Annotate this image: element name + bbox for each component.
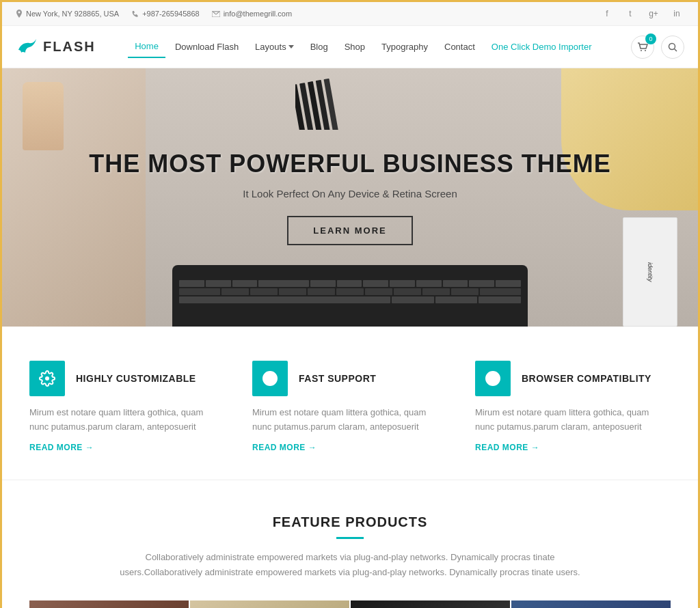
top-bar-contact: New York, NY 928865, USA +987-265945868 … [16,10,292,18]
email-icon [212,11,220,17]
product-grid: www.heritagefarmstraircottage.com [29,600,671,608]
feature-customizable-desc: Mirum est notare quam littera gothica, q… [29,406,225,434]
feature-support-header: FAST SUPPORT [252,361,448,396]
hero-section: // Generate keyboard keys inline [2,68,698,327]
social-links: f t g+ in [600,6,684,21]
logo[interactable]: FLASH [16,36,96,58]
section-divider [336,537,364,539]
feature-browser-header: BROWSER COMPATIBLITY [475,361,671,396]
feature-browser-desc: Mirum est notare quam littera gothica, q… [475,406,671,434]
feature-browser-icon [475,361,511,396]
feature-customizable-header: HIGHLY CUSTOMIZABLE [29,361,225,396]
location-icon [16,10,23,18]
features-section: HIGHLY CUSTOMIZABLE Mirum est notare qua… [2,327,698,480]
main-nav: Home Download Flash Layouts Blog Shop Ty… [128,36,598,58]
search-icon [668,42,677,52]
cart-badge: 0 [645,33,656,44]
products-section-desc: Collaboratively administrate empowered m… [111,550,589,580]
top-bar: New York, NY 928865, USA +987-265945868 … [2,2,698,26]
feature-browser-title: BROWSER COMPATIBLITY [522,373,651,384]
phone-icon [131,10,139,18]
nav-blog[interactable]: Blog [304,36,335,57]
feature-support-desc: Mirum est notare quam littera gothica, q… [252,406,448,434]
email-info: info@themegrill.com [212,10,292,18]
search-button[interactable] [661,36,684,59]
location-info: New York, NY 928865, USA [16,10,119,18]
svg-point-5 [268,376,272,381]
svg-point-2 [669,43,675,49]
hero-keyboard-decor: // Generate keyboard keys inline [172,265,528,327]
feature-support: FAST SUPPORT Mirum est notare quam litte… [252,361,448,452]
logo-bird-icon [16,36,38,58]
hero-pencils-decor [295,75,405,130]
feature-support-icon [252,361,288,396]
svg-point-7 [490,376,496,381]
feature-customizable-title: HIGHLY CUSTOMIZABLE [76,373,196,384]
svg-point-0 [641,50,642,51]
nav-shop[interactable]: Shop [338,36,372,57]
facebook-link[interactable]: f [600,6,615,21]
cart-button[interactable]: 0 [631,36,654,59]
googleplus-link[interactable]: g+ [646,6,661,21]
headset-icon [262,370,278,387]
products-section: FEATURE PRODUCTS Collaboratively adminis… [2,480,698,608]
product-card-1[interactable]: www.heritagefarmstraircottage.com [29,600,189,608]
product-card-4[interactable] [511,600,671,608]
nav-layouts[interactable]: Layouts [248,36,301,57]
feature-customizable: HIGHLY CUSTOMIZABLE Mirum est notare qua… [29,361,225,452]
feature-support-title: FAST SUPPORT [299,373,376,384]
header-actions: 0 [631,36,684,59]
linkedin-link[interactable]: in [669,6,684,21]
feature-customizable-icon [29,361,65,396]
header: FLASH Home Download Flash Layouts Blog S… [2,26,698,68]
svg-line-3 [675,49,677,51]
hero-learn-more-button[interactable]: LEARN MORE [287,216,412,245]
nav-download[interactable]: Download Flash [168,36,245,57]
phone-info: +987-265945868 [131,10,200,18]
feature-support-readmore[interactable]: READ MORE [252,443,448,452]
product-card-3[interactable] [351,600,510,608]
feature-browser: BROWSER COMPATIBLITY Mirum est notare qu… [475,361,671,452]
feature-customizable-readmore[interactable]: READ MORE [29,443,225,452]
hero-title: THE MOST POWERFUL BUSINESS THEME [89,150,610,178]
browser-icon [485,370,501,387]
nav-demo-importer[interactable]: One Click Demo Importer [485,36,599,57]
hero-content: THE MOST POWERFUL BUSINESS THEME It Look… [62,150,638,245]
logo-text: FLASH [43,39,96,55]
chevron-down-icon [288,45,294,49]
svg-point-1 [645,50,646,51]
product-card-2[interactable] [190,600,349,608]
nav-home[interactable]: Home [128,36,165,58]
nav-typography[interactable]: Typography [375,36,435,57]
twitter-link[interactable]: t [623,6,638,21]
feature-browser-readmore[interactable]: READ MORE [475,443,671,452]
hero-subtitle: It Look Perfect On Any Device & Retina S… [89,188,610,199]
gear-icon [39,370,55,387]
nav-contact[interactable]: Contact [438,36,482,57]
cart-icon [637,42,648,52]
products-section-title: FEATURE PRODUCTS [29,514,671,530]
